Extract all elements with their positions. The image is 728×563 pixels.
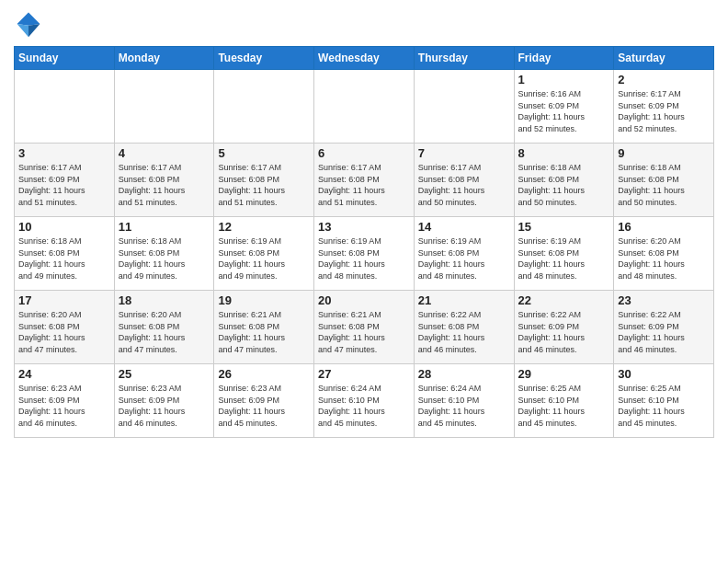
calendar-cell: 25Sunrise: 6:23 AM Sunset: 6:09 PM Dayli… <box>114 364 214 438</box>
calendar-cell: 21Sunrise: 6:22 AM Sunset: 6:08 PM Dayli… <box>414 291 514 364</box>
day-info: Sunrise: 6:20 AM Sunset: 6:08 PM Dayligh… <box>18 309 110 355</box>
calendar-cell <box>214 70 314 144</box>
day-number: 7 <box>418 146 510 160</box>
calendar-cell <box>414 70 514 144</box>
day-info: Sunrise: 6:18 AM Sunset: 6:08 PM Dayligh… <box>618 162 710 208</box>
day-info: Sunrise: 6:16 AM Sunset: 6:09 PM Dayligh… <box>518 88 610 134</box>
day-info: Sunrise: 6:17 AM Sunset: 6:08 PM Dayligh… <box>218 162 310 208</box>
day-info: Sunrise: 6:24 AM Sunset: 6:10 PM Dayligh… <box>318 383 410 429</box>
calendar-cell: 9Sunrise: 6:18 AM Sunset: 6:08 PM Daylig… <box>614 144 714 217</box>
day-info: Sunrise: 6:19 AM Sunset: 6:08 PM Dayligh… <box>418 236 510 282</box>
calendar-table: SundayMondayTuesdayWednesdayThursdayFrid… <box>14 46 714 438</box>
day-number: 18 <box>119 293 210 307</box>
day-number: 13 <box>318 220 410 234</box>
day-number: 11 <box>119 220 210 234</box>
day-number: 20 <box>318 293 410 307</box>
calendar-cell: 20Sunrise: 6:21 AM Sunset: 6:08 PM Dayli… <box>314 291 415 364</box>
day-number: 24 <box>18 367 110 381</box>
day-info: Sunrise: 6:25 AM Sunset: 6:10 PM Dayligh… <box>518 383 610 429</box>
weekday-header: Saturday <box>614 47 714 70</box>
day-number: 25 <box>119 367 210 381</box>
day-number: 10 <box>18 220 110 234</box>
svg-marker-2 <box>17 24 28 37</box>
calendar-week: 3Sunrise: 6:17 AM Sunset: 6:09 PM Daylig… <box>15 144 714 217</box>
day-info: Sunrise: 6:19 AM Sunset: 6:08 PM Dayligh… <box>518 236 610 282</box>
calendar-week: 24Sunrise: 6:23 AM Sunset: 6:09 PM Dayli… <box>15 364 714 438</box>
day-number: 4 <box>119 146 210 160</box>
calendar-cell: 8Sunrise: 6:18 AM Sunset: 6:08 PM Daylig… <box>514 144 614 217</box>
svg-marker-0 <box>17 13 40 26</box>
day-number: 30 <box>618 367 710 381</box>
day-info: Sunrise: 6:22 AM Sunset: 6:09 PM Dayligh… <box>618 309 710 355</box>
day-info: Sunrise: 6:18 AM Sunset: 6:08 PM Dayligh… <box>518 162 610 208</box>
weekday-header: Tuesday <box>214 47 314 70</box>
calendar-cell: 1Sunrise: 6:16 AM Sunset: 6:09 PM Daylig… <box>514 70 614 144</box>
logo-icon <box>14 9 43 39</box>
day-number: 14 <box>418 220 510 234</box>
calendar-cell: 15Sunrise: 6:19 AM Sunset: 6:08 PM Dayli… <box>514 217 614 291</box>
day-info: Sunrise: 6:17 AM Sunset: 6:08 PM Dayligh… <box>119 162 210 208</box>
calendar-cell: 17Sunrise: 6:20 AM Sunset: 6:08 PM Dayli… <box>15 291 115 364</box>
day-number: 26 <box>218 367 310 381</box>
weekday-header: Thursday <box>414 47 514 70</box>
day-info: Sunrise: 6:23 AM Sunset: 6:09 PM Dayligh… <box>18 383 110 429</box>
calendar-cell: 11Sunrise: 6:18 AM Sunset: 6:08 PM Dayli… <box>114 217 214 291</box>
calendar-cell: 16Sunrise: 6:20 AM Sunset: 6:08 PM Dayli… <box>614 217 714 291</box>
logo <box>14 9 47 39</box>
day-info: Sunrise: 6:22 AM Sunset: 6:08 PM Dayligh… <box>418 309 510 355</box>
calendar-header: SundayMondayTuesdayWednesdayThursdayFrid… <box>15 47 714 70</box>
calendar-cell: 22Sunrise: 6:22 AM Sunset: 6:09 PM Dayli… <box>514 291 614 364</box>
calendar-cell: 4Sunrise: 6:17 AM Sunset: 6:08 PM Daylig… <box>114 144 214 217</box>
day-number: 27 <box>318 367 410 381</box>
day-number: 17 <box>18 293 110 307</box>
day-number: 3 <box>18 146 110 160</box>
calendar-cell <box>15 70 115 144</box>
day-info: Sunrise: 6:19 AM Sunset: 6:08 PM Dayligh… <box>318 236 410 282</box>
calendar-cell: 12Sunrise: 6:19 AM Sunset: 6:08 PM Dayli… <box>214 217 314 291</box>
calendar-cell: 30Sunrise: 6:25 AM Sunset: 6:10 PM Dayli… <box>614 364 714 438</box>
day-number: 22 <box>518 293 610 307</box>
day-info: Sunrise: 6:23 AM Sunset: 6:09 PM Dayligh… <box>218 383 310 429</box>
calendar-cell: 18Sunrise: 6:20 AM Sunset: 6:08 PM Dayli… <box>114 291 214 364</box>
day-info: Sunrise: 6:24 AM Sunset: 6:10 PM Dayligh… <box>418 383 510 429</box>
calendar-week: 1Sunrise: 6:16 AM Sunset: 6:09 PM Daylig… <box>15 70 714 144</box>
day-info: Sunrise: 6:20 AM Sunset: 6:08 PM Dayligh… <box>119 309 210 355</box>
calendar-cell: 28Sunrise: 6:24 AM Sunset: 6:10 PM Dayli… <box>414 364 514 438</box>
calendar-cell: 29Sunrise: 6:25 AM Sunset: 6:10 PM Dayli… <box>514 364 614 438</box>
day-number: 15 <box>518 220 610 234</box>
calendar-cell: 27Sunrise: 6:24 AM Sunset: 6:10 PM Dayli… <box>314 364 415 438</box>
calendar-cell <box>314 70 415 144</box>
day-number: 5 <box>218 146 310 160</box>
day-number: 9 <box>618 146 710 160</box>
calendar-cell: 3Sunrise: 6:17 AM Sunset: 6:09 PM Daylig… <box>15 144 115 217</box>
calendar-week: 17Sunrise: 6:20 AM Sunset: 6:08 PM Dayli… <box>15 291 714 364</box>
calendar-cell: 2Sunrise: 6:17 AM Sunset: 6:09 PM Daylig… <box>614 70 714 144</box>
weekday-header: Wednesday <box>314 47 415 70</box>
header-row: SundayMondayTuesdayWednesdayThursdayFrid… <box>15 47 714 70</box>
day-number: 12 <box>218 220 310 234</box>
day-number: 6 <box>318 146 410 160</box>
day-number: 1 <box>518 73 610 86</box>
day-info: Sunrise: 6:21 AM Sunset: 6:08 PM Dayligh… <box>318 309 410 355</box>
weekday-header: Monday <box>114 47 214 70</box>
calendar-cell: 10Sunrise: 6:18 AM Sunset: 6:08 PM Dayli… <box>15 217 115 291</box>
calendar-cell: 14Sunrise: 6:19 AM Sunset: 6:08 PM Dayli… <box>414 217 514 291</box>
calendar-cell: 19Sunrise: 6:21 AM Sunset: 6:08 PM Dayli… <box>214 291 314 364</box>
day-info: Sunrise: 6:17 AM Sunset: 6:09 PM Dayligh… <box>18 162 110 208</box>
day-info: Sunrise: 6:17 AM Sunset: 6:08 PM Dayligh… <box>318 162 410 208</box>
day-number: 29 <box>518 367 610 381</box>
calendar-cell: 5Sunrise: 6:17 AM Sunset: 6:08 PM Daylig… <box>214 144 314 217</box>
day-number: 2 <box>618 73 710 86</box>
calendar-cell: 23Sunrise: 6:22 AM Sunset: 6:09 PM Dayli… <box>614 291 714 364</box>
calendar-cell: 26Sunrise: 6:23 AM Sunset: 6:09 PM Dayli… <box>214 364 314 438</box>
calendar-week: 10Sunrise: 6:18 AM Sunset: 6:08 PM Dayli… <box>15 217 714 291</box>
day-number: 16 <box>618 220 710 234</box>
day-info: Sunrise: 6:18 AM Sunset: 6:08 PM Dayligh… <box>18 236 110 282</box>
day-info: Sunrise: 6:21 AM Sunset: 6:08 PM Dayligh… <box>218 309 310 355</box>
header <box>14 9 714 39</box>
calendar-cell: 24Sunrise: 6:23 AM Sunset: 6:09 PM Dayli… <box>15 364 115 438</box>
page: SundayMondayTuesdayWednesdayThursdayFrid… <box>0 0 728 563</box>
day-number: 23 <box>618 293 710 307</box>
calendar-cell: 7Sunrise: 6:17 AM Sunset: 6:08 PM Daylig… <box>414 144 514 217</box>
day-info: Sunrise: 6:17 AM Sunset: 6:08 PM Dayligh… <box>418 162 510 208</box>
